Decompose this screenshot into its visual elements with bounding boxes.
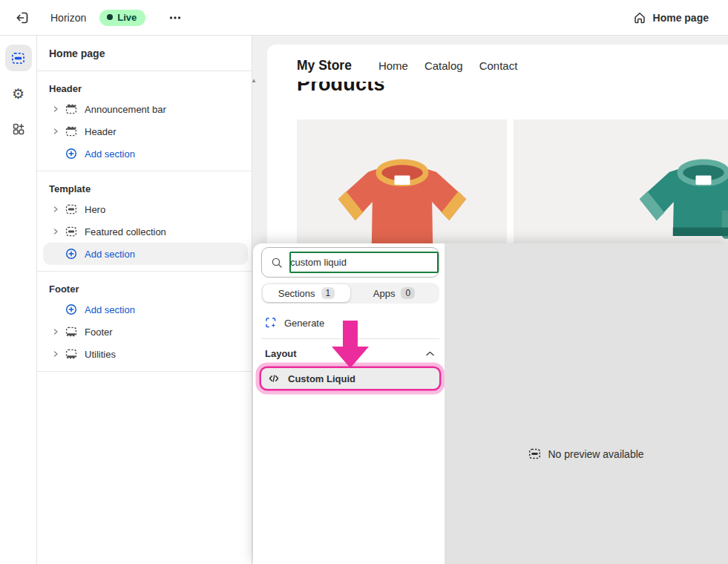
tab-count-badge: 1 (321, 287, 335, 299)
plus-circle-icon (65, 148, 77, 160)
group-label: Template (37, 179, 252, 198)
add-section-label: Add section (85, 148, 135, 160)
live-badge-label: Live (117, 12, 137, 23)
section-icon (65, 226, 77, 237)
add-section-button-footer[interactable]: Add section (37, 298, 252, 321)
tab-sections[interactable]: Sections 1 (263, 284, 350, 302)
chevron-right-icon (52, 228, 59, 235)
section-search-field[interactable] (261, 247, 439, 278)
chevron-right-icon (52, 350, 59, 358)
no-preview-label: No preview available (548, 448, 643, 460)
tab-count-badge: 0 (401, 287, 415, 299)
sidebar-group-footer: Footer Add section Footer (37, 272, 252, 372)
group-label: Footer (37, 279, 252, 298)
footer-section-icon (65, 326, 77, 338)
generate-sparkle-icon (265, 317, 277, 329)
chevron-right-icon (52, 206, 59, 213)
chevron-right-icon (52, 128, 59, 135)
add-section-button-template[interactable]: Add section (43, 243, 248, 265)
gear-icon: ⚙ (12, 87, 24, 101)
chevron-right-icon (52, 328, 59, 335)
layout-group-header[interactable]: Layout (261, 342, 439, 364)
add-section-popover: Sections 1 Apps 0 (253, 243, 728, 564)
sidebar-item-utilities[interactable]: Utilities (37, 343, 252, 365)
header-section-icon (65, 103, 77, 115)
code-icon (268, 373, 280, 384)
store-header: My Store Home Catalog Contact (267, 45, 728, 73)
section-icon (528, 447, 541, 460)
store-nav-catalog[interactable]: Catalog (424, 59, 463, 72)
ellipsis-icon (168, 11, 182, 24)
chevron-right-icon (52, 105, 59, 113)
page-selector-button[interactable]: Home page (633, 11, 709, 24)
chevron-up-icon (425, 350, 435, 357)
generate-label: Generate (284, 318, 324, 329)
layout-group-label: Layout (265, 348, 297, 359)
theme-editor: Horizon Live Home page (0, 0, 728, 564)
add-section-label: Add section (85, 304, 135, 315)
sidebar-group-template: Template Hero Featured collection (37, 171, 252, 272)
item-label: Hero (85, 204, 105, 215)
more-actions-button[interactable] (165, 7, 186, 28)
preview-canvas: My Store Home Catalog Contact Products (252, 36, 728, 564)
main-area: ⚙ Home page Header (0, 36, 728, 564)
sidebar-title: Home page (37, 36, 252, 71)
item-label: Featured collection (85, 226, 166, 237)
tab-label: Sections (278, 288, 315, 299)
page-selector-label: Home page (653, 12, 709, 24)
products-heading: Products (297, 82, 385, 97)
add-section-label: Add section (85, 249, 135, 260)
apps-icon (12, 122, 25, 136)
exit-button[interactable] (12, 7, 33, 28)
item-label: Utilities (85, 349, 116, 360)
section-picker-panel: Sections 1 Apps 0 (253, 243, 445, 564)
live-dot-icon (107, 14, 113, 20)
custom-liquid-label: Custom Liquid (288, 373, 355, 384)
header-section-icon (65, 125, 77, 137)
picker-tabs: Sections 1 Apps 0 (261, 283, 439, 304)
plus-circle-icon (65, 304, 77, 315)
panel-divider (261, 338, 439, 339)
custom-liquid-result[interactable]: Custom Liquid (261, 368, 439, 389)
tab-label: Apps (373, 288, 396, 299)
live-status-badge: Live (99, 10, 145, 26)
sidebar-item-footer[interactable]: Footer (37, 321, 252, 343)
search-icon (271, 257, 283, 269)
plus-circle-icon (65, 248, 77, 260)
sidebar-item-featured-collection[interactable]: Featured collection (37, 220, 252, 243)
sections-sidebar: Home page Header Announcement bar Head (37, 36, 252, 564)
search-input[interactable] (290, 257, 427, 268)
sidebar-item-announcement-bar[interactable]: Announcement bar (37, 98, 252, 120)
section-preview-pane: No preview available (445, 243, 728, 564)
sections-icon (11, 51, 25, 65)
group-label: Header (37, 79, 252, 98)
no-preview-message: No preview available (445, 447, 728, 460)
tab-apps[interactable]: Apps 0 (350, 284, 438, 302)
exit-icon (16, 11, 29, 24)
generate-button[interactable]: Generate (261, 312, 439, 333)
home-icon (633, 11, 646, 24)
sidebar-scroll-up-arrow[interactable]: ▲ (251, 77, 257, 84)
item-label: Announcement bar (85, 104, 166, 115)
theme-name: Horizon (50, 12, 86, 24)
section-icon (65, 203, 77, 215)
item-label: Header (85, 126, 117, 137)
rail-sections-button[interactable] (5, 45, 32, 71)
icon-rail: ⚙ (0, 36, 37, 564)
rail-apps-button[interactable] (5, 116, 32, 142)
sidebar-group-header: Header Announcement bar Header (37, 71, 252, 171)
store-nav-contact[interactable]: Contact (479, 59, 518, 72)
store-nav-home[interactable]: Home (378, 59, 408, 72)
item-label: Footer (85, 327, 113, 338)
store-name: My Store (297, 58, 352, 73)
footer-section-icon (65, 348, 77, 360)
rail-settings-button[interactable]: ⚙ (5, 80, 32, 107)
sidebar-item-hero[interactable]: Hero (37, 198, 252, 220)
sidebar-item-header[interactable]: Header (37, 120, 252, 142)
add-section-button-header[interactable]: Add section (37, 142, 252, 165)
topbar: Horizon Live Home page (0, 0, 728, 36)
